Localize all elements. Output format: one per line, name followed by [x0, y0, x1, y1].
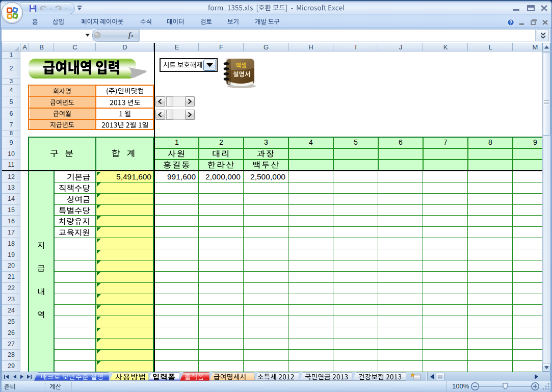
svg-text:?: ? — [509, 20, 512, 25]
